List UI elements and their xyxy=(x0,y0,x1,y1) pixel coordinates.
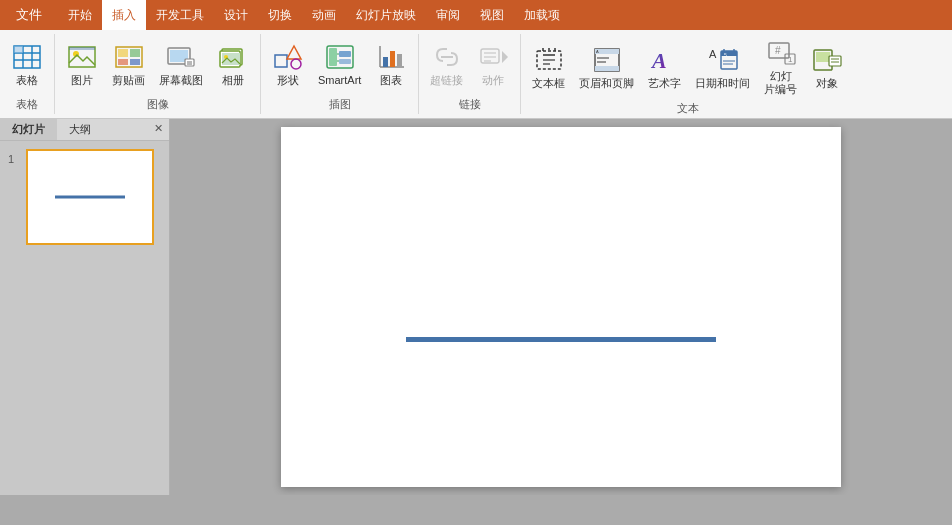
btn-slidenum[interactable]: # 1 幻灯 片编号 xyxy=(759,34,802,99)
menu-item-design[interactable]: 设计 xyxy=(214,0,258,30)
svg-rect-71 xyxy=(829,56,841,66)
menu-file[interactable]: 文件 xyxy=(0,0,58,30)
canvas-area xyxy=(170,119,952,495)
main-area: 幻灯片 大纲 ✕ 1 xyxy=(0,119,952,495)
ribbon: 表格 表格 图片 xyxy=(0,30,952,119)
btn-smartart-label: SmartArt xyxy=(318,74,361,87)
btn-picture-label: 图片 xyxy=(71,74,93,87)
chart-icon xyxy=(375,41,407,73)
slidenum-icon: # 1 xyxy=(765,37,797,69)
object-icon xyxy=(811,44,843,76)
ribbon-group-image: 图片 剪贴画 xyxy=(55,34,261,114)
svg-rect-29 xyxy=(339,59,351,64)
btn-hyperlink-label: 超链接 xyxy=(430,74,463,87)
group-label-image: 图像 xyxy=(61,95,254,114)
menu-item-addins[interactable]: 加载项 xyxy=(514,0,570,30)
svg-rect-8 xyxy=(69,47,95,50)
svg-rect-11 xyxy=(130,49,140,57)
svg-rect-5 xyxy=(14,46,23,53)
btn-hyperlink[interactable]: 超链接 xyxy=(425,38,468,90)
slide-number-1: 1 xyxy=(8,153,20,165)
svg-text:#: # xyxy=(775,45,781,56)
svg-rect-52 xyxy=(595,66,619,71)
btn-chart-label: 图表 xyxy=(380,74,402,87)
btn-headerfooter[interactable]: A 页眉和页脚 xyxy=(574,41,639,93)
btn-textbox-label: 文本框 xyxy=(532,77,565,90)
ribbon-group-text: 文本框 A 页眉和页脚 xyxy=(521,34,854,114)
group-items-table: 表格 xyxy=(6,34,48,95)
slide-panel-close-button[interactable]: ✕ xyxy=(148,119,169,140)
svg-text:A: A xyxy=(709,48,717,60)
picture-icon xyxy=(66,41,98,73)
btn-smartart[interactable]: SmartArt xyxy=(313,38,366,90)
svg-rect-12 xyxy=(118,59,128,65)
slide-panel: 幻灯片 大纲 ✕ 1 xyxy=(0,119,170,495)
slide-panel-tab-slides[interactable]: 幻灯片 xyxy=(0,119,57,140)
btn-action[interactable]: 动作 xyxy=(472,38,514,90)
menu-item-slideshow[interactable]: 幻灯片放映 xyxy=(346,0,426,30)
menu-bar: 文件 开始 插入 开发工具 设计 切换 动画 幻灯片放映 审阅 视图 加载项 xyxy=(0,0,952,30)
btn-picture[interactable]: 图片 xyxy=(61,38,103,90)
group-items-illus: 形状 SmartArt xyxy=(267,34,412,95)
slide-canvas[interactable] xyxy=(281,127,841,487)
menu-item-animation[interactable]: 动画 xyxy=(302,0,346,30)
slide-panel-tab-outline[interactable]: 大纲 xyxy=(57,119,103,140)
btn-photoalbum[interactable]: 相册 xyxy=(212,38,254,90)
btn-clipart-label: 剪贴画 xyxy=(112,74,145,87)
btn-textbox[interactable]: 文本框 xyxy=(527,41,570,93)
wordart-icon: A xyxy=(649,44,681,76)
slide-thumb-container-1: 1 xyxy=(8,149,161,245)
svg-rect-36 xyxy=(397,54,402,67)
btn-shape[interactable]: 形状 xyxy=(267,38,309,90)
svg-rect-34 xyxy=(383,57,388,67)
ribbon-group-link: 超链接 动作 链接 xyxy=(419,34,521,114)
btn-screenshot[interactable]: 屏幕截图 xyxy=(154,38,208,90)
svg-rect-35 xyxy=(390,51,395,67)
btn-screenshot-label: 屏幕截图 xyxy=(159,74,203,87)
svg-rect-23 xyxy=(275,55,287,67)
menu-item-devtools[interactable]: 开发工具 xyxy=(146,0,214,30)
svg-rect-28 xyxy=(339,51,351,57)
btn-shape-label: 形状 xyxy=(277,74,299,87)
slide-thumbnail-1[interactable] xyxy=(26,149,154,245)
menu-item-review[interactable]: 审阅 xyxy=(426,0,470,30)
menu-item-insert[interactable]: 插入 xyxy=(102,0,146,30)
btn-wordart[interactable]: A 艺术字 xyxy=(643,41,686,93)
screenshot-icon xyxy=(165,41,197,73)
group-items-text: 文本框 A 页眉和页脚 xyxy=(527,34,848,99)
menu-item-start[interactable]: 开始 xyxy=(58,0,102,30)
btn-action-label: 动作 xyxy=(482,74,504,87)
group-label-table: 表格 xyxy=(6,95,48,114)
table-icon xyxy=(11,41,43,73)
action-icon xyxy=(477,41,509,73)
btn-table[interactable]: 表格 xyxy=(6,38,48,90)
menu-item-transition[interactable]: 切换 xyxy=(258,0,302,30)
group-label-illus: 插图 xyxy=(267,95,412,114)
canvas-content-line xyxy=(406,337,716,342)
ribbon-content: 表格 表格 图片 xyxy=(0,30,952,118)
group-label-text: 文本 xyxy=(527,99,848,118)
photoalbum-icon xyxy=(217,41,249,73)
smartart-icon xyxy=(324,41,356,73)
btn-slidenum-label: 幻灯 片编号 xyxy=(764,70,797,96)
hyperlink-icon xyxy=(431,41,463,73)
svg-rect-10 xyxy=(118,49,128,57)
svg-marker-39 xyxy=(502,51,508,63)
slide-panel-tabs: 幻灯片 大纲 ✕ xyxy=(0,119,169,141)
btn-object[interactable]: 对象 xyxy=(806,41,848,93)
ribbon-group-illus: 形状 SmartArt xyxy=(261,34,419,114)
btn-datetime[interactable]: A 5 日期和时间 xyxy=(690,41,755,93)
ribbon-group-table: 表格 表格 xyxy=(0,34,55,114)
textbox-icon xyxy=(533,44,565,76)
svg-rect-21 xyxy=(222,53,240,65)
btn-headerfooter-label: 页眉和页脚 xyxy=(579,77,634,90)
btn-datetime-label: 日期和时间 xyxy=(695,77,750,90)
btn-clipart[interactable]: 剪贴画 xyxy=(107,38,150,90)
btn-object-label: 对象 xyxy=(816,77,838,90)
group-items-image: 图片 剪贴画 xyxy=(61,34,254,95)
svg-marker-24 xyxy=(287,46,301,59)
btn-chart[interactable]: 图表 xyxy=(370,38,412,90)
menu-item-view[interactable]: 视图 xyxy=(470,0,514,30)
datetime-icon: A 5 xyxy=(707,44,739,76)
group-items-link: 超链接 动作 xyxy=(425,34,514,95)
